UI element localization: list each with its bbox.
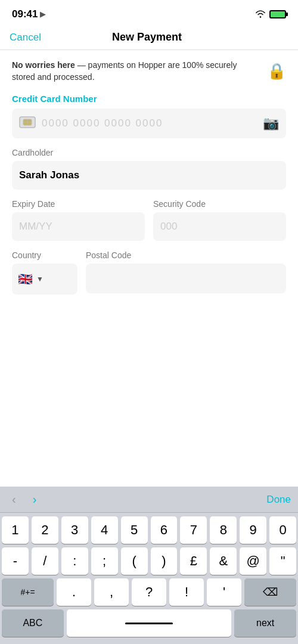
toolbar-prev-arrow[interactable]: ‹	[7, 491, 21, 507]
security-code-label: Security Code	[153, 199, 286, 209]
postal-input[interactable]	[86, 264, 286, 293]
cardholder-input[interactable]: Sarah Jonas	[12, 161, 286, 190]
time-display: 09:41	[12, 8, 38, 20]
key-comma[interactable]: ,	[94, 578, 129, 606]
status-time: 09:41 ▶	[12, 8, 45, 20]
card-chip-icon	[19, 116, 36, 131]
key-exclaim[interactable]: !	[169, 578, 204, 606]
key-at[interactable]: @	[240, 547, 266, 575]
expiry-label: Expiry Date	[12, 199, 145, 209]
key-5[interactable]: 5	[121, 516, 148, 544]
security-bold: No worries here	[12, 60, 75, 70]
credit-card-input-wrapper[interactable]: 0000 0000 0000 0000 📷	[12, 109, 286, 138]
key-2[interactable]: 2	[32, 516, 58, 544]
security-notice: No worries here — payments on Hopper are…	[12, 60, 286, 83]
key-colon[interactable]: :	[61, 547, 88, 575]
location-icon: ▶	[40, 10, 45, 18]
key-quote[interactable]: "	[269, 547, 296, 575]
country-selector[interactable]: 🇬🇧 ▼	[12, 264, 77, 295]
key-pound[interactable]: £	[180, 547, 207, 575]
postal-label: Postal Code	[86, 250, 286, 260]
security-code-input[interactable]: 000	[153, 212, 286, 241]
credit-card-label: Credit Card Number	[12, 94, 286, 104]
keyboard-bottom-row: ABC next	[0, 606, 298, 639]
cardholder-value: Sarah Jonas	[19, 169, 79, 181]
toolbar-next-arrow[interactable]: ›	[28, 491, 42, 507]
key-slash[interactable]: /	[32, 547, 58, 575]
key-apostrophe[interactable]: '	[207, 578, 241, 606]
key-period[interactable]: .	[57, 578, 91, 606]
form-content: No worries here — payments on Hopper are…	[0, 50, 298, 487]
key-open-paren[interactable]: (	[121, 547, 148, 575]
key-1[interactable]: 1	[2, 516, 29, 544]
security-text: No worries here — payments on Hopper are…	[12, 60, 261, 83]
key-question[interactable]: ?	[132, 578, 166, 606]
key-dash[interactable]: -	[2, 547, 29, 575]
key-close-paren[interactable]: )	[151, 547, 178, 575]
uk-flag-icon: 🇬🇧	[18, 272, 33, 286]
postal-group: Postal Code	[86, 250, 286, 293]
key-0[interactable]: 0	[269, 516, 296, 544]
other-key-row: #+= . , ? ! ' ⌫	[0, 575, 298, 606]
expiry-security-row: Expiry Date MM/YY Security Code 000	[12, 199, 286, 241]
keyboard-toolbar: ‹ › Done	[0, 487, 298, 513]
nav-bar: Cancel New Payment	[0, 26, 298, 50]
lock-icon: 🔒	[267, 62, 286, 80]
battery-icon	[269, 10, 286, 18]
dropdown-arrow-icon: ▼	[36, 275, 44, 283]
keyboard: ‹ › Done 1 2 3 4 5 6 7 8 9 0 - / : ; ( )…	[0, 487, 298, 644]
cancel-button[interactable]: Cancel	[10, 32, 41, 44]
space-key[interactable]	[67, 609, 232, 637]
country-group: Country 🇬🇧 ▼	[12, 250, 77, 295]
delete-key[interactable]: ⌫	[244, 578, 296, 606]
country-postal-row: Country 🇬🇧 ▼ Postal Code	[12, 250, 286, 295]
status-icons	[255, 10, 286, 18]
key-3[interactable]: 3	[61, 516, 88, 544]
card-number-input[interactable]: 0000 0000 0000 0000	[42, 117, 258, 129]
key-ampersand[interactable]: &	[210, 547, 237, 575]
toolbar-done-button[interactable]: Done	[266, 494, 291, 506]
security-placeholder: 000	[160, 221, 177, 232]
cardholder-label: Cardholder	[12, 148, 286, 157]
key-9[interactable]: 9	[240, 516, 266, 544]
space-bar-indicator	[125, 623, 173, 624]
key-semicolon[interactable]: ;	[91, 547, 118, 575]
key-6[interactable]: 6	[151, 516, 178, 544]
wifi-icon	[255, 10, 266, 18]
key-8[interactable]: 8	[210, 516, 237, 544]
next-key[interactable]: next	[234, 609, 296, 637]
symbol-key-row: - / : ; ( ) £ & @ "	[0, 544, 298, 575]
page-title: New Payment	[112, 31, 182, 44]
key-7[interactable]: 7	[180, 516, 207, 544]
toolbar-arrows: ‹ ›	[7, 491, 41, 507]
security-group: Security Code 000	[153, 199, 286, 241]
number-key-row: 1 2 3 4 5 6 7 8 9 0	[0, 513, 298, 544]
abc-key[interactable]: ABC	[2, 609, 64, 637]
expiry-placeholder: MM/YY	[19, 221, 52, 232]
key-symbols-toggle[interactable]: #+=	[2, 578, 54, 606]
expiry-group: Expiry Date MM/YY	[12, 199, 145, 241]
camera-scan-icon[interactable]: 📷	[263, 116, 279, 131]
status-bar: 09:41 ▶	[0, 0, 298, 26]
country-label: Country	[12, 250, 77, 260]
key-4[interactable]: 4	[91, 516, 118, 544]
expiry-input[interactable]: MM/YY	[12, 212, 145, 241]
